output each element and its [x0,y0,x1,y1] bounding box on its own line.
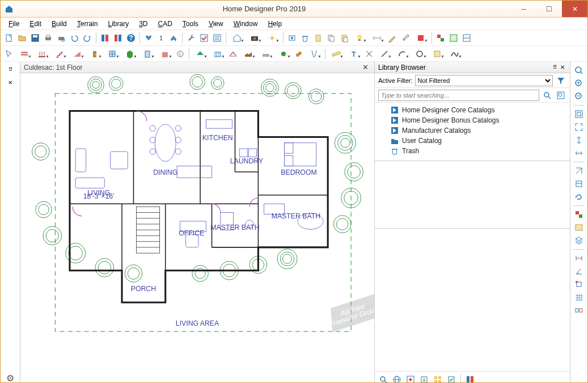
angle-snap-tool[interactable] [573,265,585,277]
paste-button[interactable] [338,32,350,44]
light-button[interactable]: ▼ [351,32,368,44]
open-button[interactable] [16,32,28,44]
terrain-tool[interactable]: ▼ [240,48,257,60]
fit-window-tool[interactable] [573,108,585,120]
menu-view[interactable]: View [204,19,228,29]
lib-search-tool[interactable] [377,373,390,384]
canvas-close-button[interactable]: ✕ [360,63,371,71]
color-button[interactable]: ▼ [412,32,429,44]
cabinet-tool[interactable]: ▼ [121,48,138,60]
menu-help[interactable]: Help [263,19,286,29]
wrench-button[interactable] [185,32,197,44]
lib-export-tool[interactable] [418,373,430,384]
door-tool[interactable]: ▼ [86,48,103,60]
bumping-tool[interactable] [573,304,585,317]
window-tool[interactable]: ▼ [104,48,121,60]
close-dock-icon[interactable]: ✕ [4,77,16,88]
minimize-button[interactable]: ─ [511,1,536,17]
menu-cad[interactable]: CAD [154,19,177,29]
pan-tool-y[interactable] [573,134,585,146]
full-screen-tool[interactable] [573,121,585,133]
pan-tool-x[interactable] [573,147,585,159]
arc-tool[interactable]: ▼ [394,48,411,60]
menu-3d[interactable]: 3D [134,19,152,29]
lib-detail-tool[interactable] [445,373,458,384]
menu-terrain[interactable]: Terrain [73,19,103,29]
sprinkler-tool[interactable] [293,48,305,60]
reference-grid-tool[interactable] [573,165,585,177]
grid-snap-tool[interactable] [573,291,585,304]
sun-button[interactable]: ▼ [264,32,281,44]
clipboard-button[interactable] [312,32,324,44]
stair-tool[interactable]: ▼ [51,48,68,60]
library-pin-icon[interactable]: ⠿ [551,64,559,70]
truss-tool[interactable] [227,48,239,60]
dimension-button[interactable]: ▼ [369,32,386,44]
active-view-button[interactable] [434,32,447,44]
select-tool[interactable] [3,48,15,60]
settings-gear-icon[interactable]: ⚙ [6,373,14,383]
plan-view-button[interactable] [447,32,460,44]
active-layer-tool[interactable] [573,208,585,221]
line-tool[interactable]: ▼ [376,48,393,60]
electrical-tool[interactable] [174,48,187,60]
reference-floor-tool[interactable] [573,178,585,190]
library-close-button[interactable]: ✕ [559,64,566,70]
undo-button[interactable] [68,32,81,44]
project-browser-button[interactable] [112,32,124,44]
print-preview-button[interactable] [55,32,67,44]
zoom-out-tool[interactable] [573,90,585,103]
layer-set-tool[interactable] [573,234,585,247]
print-button[interactable] [42,32,54,44]
close-button[interactable]: ✕ [562,1,587,17]
pencil-button[interactable] [386,32,399,44]
roof-tool[interactable]: ▼ [192,48,209,60]
library-tree[interactable]: Home Designer Core Catalogs Home Designe… [375,103,570,161]
lib-grid-tool[interactable] [432,373,444,384]
ruler-tool[interactable]: ▼ [328,48,345,60]
search-icon[interactable] [542,89,553,102]
floor-down-button[interactable] [142,32,155,44]
floor-plan-canvas[interactable]: LIVING18'-3''×16' DINING KITCHEN LAUNDRY… [20,73,374,383]
spline-tool[interactable]: ▼ [446,48,463,60]
temp-dimension-tool[interactable] [573,252,585,264]
eyedropper-button[interactable] [399,32,412,44]
text-tool[interactable]: T▼ [345,48,362,60]
house-view-button[interactable]: ▼ [229,32,246,44]
circle-tool[interactable]: ▼ [411,48,428,60]
menu-tools[interactable]: Tools [178,19,203,29]
save-button[interactable] [29,32,41,44]
railing-tool[interactable]: ▼ [33,48,50,60]
pin-icon[interactable]: ⠿ [4,64,16,75]
walkthrough-button[interactable] [286,32,298,44]
camera-button[interactable]: ▼ [246,32,263,44]
menu-file[interactable]: File [4,19,24,29]
lib-globe-tool[interactable] [391,373,403,384]
layer-display-tool[interactable] [573,221,585,234]
refresh-tool[interactable] [573,191,585,203]
floor-up-button[interactable] [167,32,180,44]
list-button[interactable] [211,32,223,44]
ramp-tool[interactable]: ▼ [69,48,86,60]
check-button[interactable] [198,32,210,44]
filter-select[interactable]: Not Filtered [415,75,553,86]
trash-button[interactable] [299,32,311,44]
redo-button[interactable] [81,32,94,44]
foundation-tool[interactable]: ▼ [257,48,274,60]
zoom-in-tool[interactable] [573,77,585,90]
framing-tool[interactable]: ▼ [209,48,226,60]
wall-tool[interactable]: ▼ [16,48,33,60]
copy-button[interactable] [325,32,337,44]
library-browser-button[interactable] [99,32,111,44]
zoom-tool[interactable] [573,64,585,77]
fireplace-tool[interactable]: ▼ [156,48,174,60]
cross-tool[interactable] [363,48,375,60]
plant-tool[interactable]: ▼ [275,48,292,60]
object-snap-tool[interactable] [573,278,585,291]
cross-section-button[interactable] [460,32,473,44]
filter-funnel-icon[interactable] [555,74,566,87]
menu-build[interactable]: Build [47,19,71,29]
search-browse-icon[interactable] [555,89,566,102]
appliance-tool[interactable]: ▼ [139,48,156,60]
lib-plus-tool[interactable] [404,373,417,384]
